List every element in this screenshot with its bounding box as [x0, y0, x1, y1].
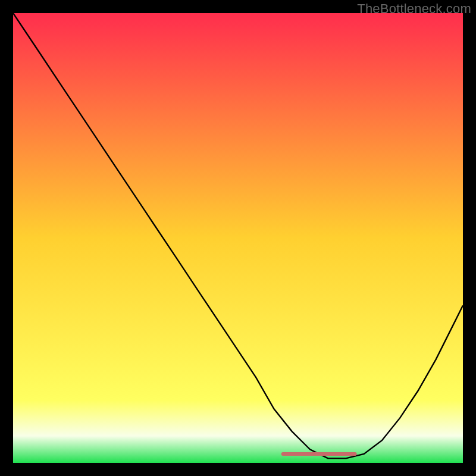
chart-frame: TheBottleneck.com [0, 0, 476, 476]
bottleneck-chart [13, 13, 463, 463]
gradient-background [13, 13, 463, 463]
